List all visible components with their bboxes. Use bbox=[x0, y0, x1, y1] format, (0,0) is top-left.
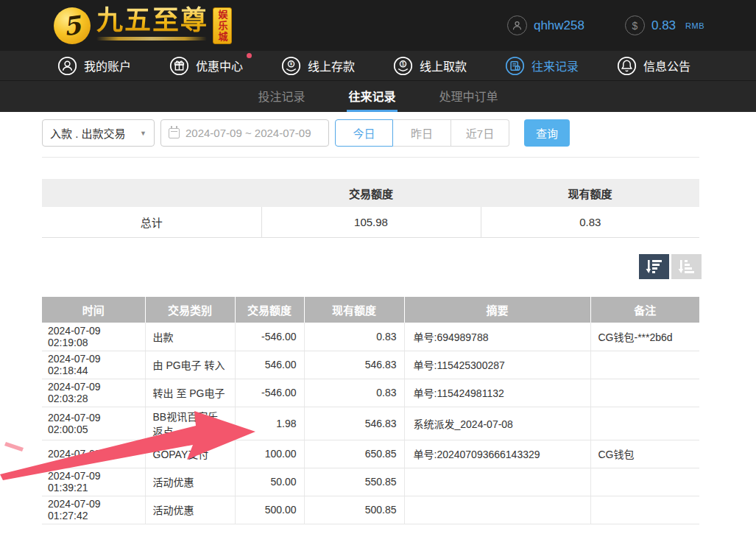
table-cell: 1.98 bbox=[235, 407, 304, 440]
table-row: 2024-07-09 02:03:28转出 至 PG电子-546.000.83单… bbox=[42, 379, 699, 407]
records-icon bbox=[505, 56, 525, 76]
table-cell: 2024-07-09 02:18:44 bbox=[42, 351, 145, 379]
svg-text:$: $ bbox=[402, 61, 405, 66]
quick-date-button-1[interactable]: 今日 bbox=[335, 119, 393, 147]
site-logo[interactable]: 5 九五至尊 娱乐城 bbox=[54, 6, 232, 44]
table-cell: 转出 至 PG电子 bbox=[145, 379, 235, 407]
table-cell: 500.00 bbox=[235, 496, 304, 524]
table-cell: 2024-07-09 02:03:28 bbox=[42, 379, 145, 407]
nav-item-4[interactable]: $线上取款 bbox=[393, 56, 467, 76]
sort-ascending-icon bbox=[678, 259, 696, 275]
table-cell: 500.85 bbox=[304, 496, 404, 524]
table-cell: 活动优惠 bbox=[145, 496, 235, 524]
top-bar: 5 九五至尊 娱乐城 qhhw258 $ 0.83 bbox=[0, 0, 756, 51]
sort-descending-icon bbox=[646, 259, 663, 275]
table-cell: BB视讯百家乐返点 bbox=[145, 407, 235, 440]
nav-item-6[interactable]: 信息公告 bbox=[617, 56, 690, 76]
table-cell: 单号:115424981132 bbox=[404, 379, 590, 407]
summary-col-empty bbox=[42, 179, 261, 207]
table-cell: 出款 bbox=[145, 323, 235, 351]
table-row: 2024-07-09 02:18:44由 PG电子 转入546.00546.83… bbox=[42, 351, 699, 379]
logo-badge: 娱乐城 bbox=[213, 7, 232, 44]
nav-item-3[interactable]: ¥线上存款 bbox=[281, 56, 355, 76]
sort-ascending-button[interactable] bbox=[671, 254, 702, 279]
table-cell: 单号:694989788 bbox=[404, 323, 590, 351]
table-cell: 546.00 bbox=[235, 351, 304, 379]
quick-date-button-3[interactable]: 近7日 bbox=[451, 119, 509, 147]
table-cell: GOPAY支付 bbox=[145, 440, 235, 468]
nav-item-label: 线上取款 bbox=[420, 57, 467, 74]
table-row: 2024-07-09 01:27:42活动优惠500.00500.85 bbox=[42, 496, 699, 524]
transaction-type-select[interactable]: 入款 . 出款交易 ▼ bbox=[42, 119, 155, 147]
table-cell: CG钱包 bbox=[590, 440, 699, 468]
table-cell bbox=[404, 496, 590, 524]
quick-date-button-2[interactable]: 昨日 bbox=[393, 119, 451, 147]
filter-bar: 入款 . 出款交易 ▼ 2024-07-09 ~ 2024-07-09 今日昨日… bbox=[42, 119, 570, 147]
nav-item-1[interactable]: 我的账户 bbox=[57, 56, 131, 76]
table-cell: 2024-07-09 01:39:21 bbox=[42, 468, 145, 496]
summary-header-row: 交易额度 现有额度 bbox=[42, 179, 699, 207]
transactions-col-header: 交易额度 bbox=[235, 297, 304, 323]
summary-total-row: 总计 105.98 0.83 bbox=[42, 207, 699, 237]
calendar-icon bbox=[169, 128, 180, 138]
table-cell: 550.85 bbox=[304, 468, 404, 496]
chevron-down-icon: ▼ bbox=[140, 130, 146, 137]
transactions-header-row: 时间交易类别交易额度现有额度摘要备注 bbox=[42, 297, 699, 323]
table-cell: 2024-07-09 01:27:42 bbox=[42, 496, 145, 524]
table-cell bbox=[590, 407, 699, 440]
table-cell: 650.85 bbox=[304, 440, 404, 468]
sort-controls bbox=[639, 254, 702, 279]
bell-icon bbox=[617, 56, 637, 76]
svg-text:¥: ¥ bbox=[290, 61, 293, 66]
balance-chip: $ 0.83 RMB bbox=[625, 15, 704, 35]
dollar-icon: $ bbox=[625, 15, 645, 35]
user-avatar-icon bbox=[507, 15, 527, 35]
table-cell: 546.83 bbox=[304, 351, 404, 379]
notification-dot bbox=[247, 53, 252, 58]
logo-emblem-icon: 5 bbox=[54, 7, 91, 44]
table-row: 2024-07-09 01:39:21活动优惠50.00550.85 bbox=[42, 468, 699, 496]
subtab-3[interactable]: 处理中订单 bbox=[438, 81, 500, 112]
nav-item-label: 优惠中心 bbox=[196, 57, 243, 74]
logo-emblem-glyph: 5 bbox=[62, 13, 82, 40]
withdraw-icon: $ bbox=[393, 56, 413, 76]
table-cell: 100.00 bbox=[235, 440, 304, 468]
username-chip[interactable]: qhhw258 bbox=[507, 15, 584, 35]
table-cell: 2024-07-09 02:19:08 bbox=[42, 323, 145, 351]
table-cell: CG钱包-***2b6d bbox=[590, 323, 699, 351]
summary-transaction-total: 105.98 bbox=[261, 207, 481, 237]
table-cell bbox=[590, 351, 699, 379]
summary-current-balance: 0.83 bbox=[481, 207, 699, 237]
table-cell: 0.83 bbox=[304, 323, 404, 351]
page: 5 九五至尊 娱乐城 qhhw258 $ 0.83 bbox=[0, 0, 756, 534]
username-label: qhhw258 bbox=[534, 18, 584, 33]
logo-title: 九五至尊 bbox=[96, 6, 208, 35]
sort-descending-button[interactable] bbox=[639, 254, 669, 279]
table-cell: 2024-07-09 01:4 bbox=[42, 440, 145, 468]
table-cell: 0.83 bbox=[304, 379, 404, 407]
table-cell: 由 PG电子 转入 bbox=[145, 351, 235, 379]
nav-item-2[interactable]: 优惠中心 bbox=[169, 56, 243, 76]
sub-tabs: 投注记录往来记录处理中订单 bbox=[0, 81, 756, 112]
search-button[interactable]: 查询 bbox=[524, 119, 570, 147]
main-nav: 我的账户优惠中心¥线上存款$线上取款往来记录信息公告 bbox=[0, 51, 756, 81]
transactions-col-header: 交易类别 bbox=[145, 297, 235, 323]
user-area: qhhw258 $ 0.83 RMB bbox=[507, 0, 704, 51]
quick-date-button-group: 今日昨日近7日 bbox=[335, 119, 509, 147]
table-row: 2024-07-09 01:4GOPAY支付100.00650.85单号:202… bbox=[42, 440, 699, 468]
subtab-1[interactable]: 投注记录 bbox=[256, 81, 306, 112]
subtab-2[interactable]: 往来记录 bbox=[347, 81, 397, 112]
nav-item-5[interactable]: 往来记录 bbox=[505, 56, 579, 76]
user-icon bbox=[57, 56, 77, 76]
table-cell bbox=[590, 496, 699, 524]
nav-item-label: 线上存款 bbox=[308, 57, 355, 74]
nav-item-label: 我的账户 bbox=[84, 57, 131, 74]
gift-icon bbox=[169, 56, 189, 76]
logo-flourish-decoration bbox=[96, 37, 207, 41]
balance-currency: RMB bbox=[685, 21, 704, 30]
date-range-value: 2024-07-09 ~ 2024-07-09 bbox=[186, 127, 311, 139]
table-cell: 2024-07-09 02:00:05 bbox=[42, 407, 145, 440]
summary-col-transaction: 交易额度 bbox=[261, 179, 481, 207]
divider bbox=[42, 157, 699, 158]
date-range-input[interactable]: 2024-07-09 ~ 2024-07-09 bbox=[160, 119, 329, 147]
